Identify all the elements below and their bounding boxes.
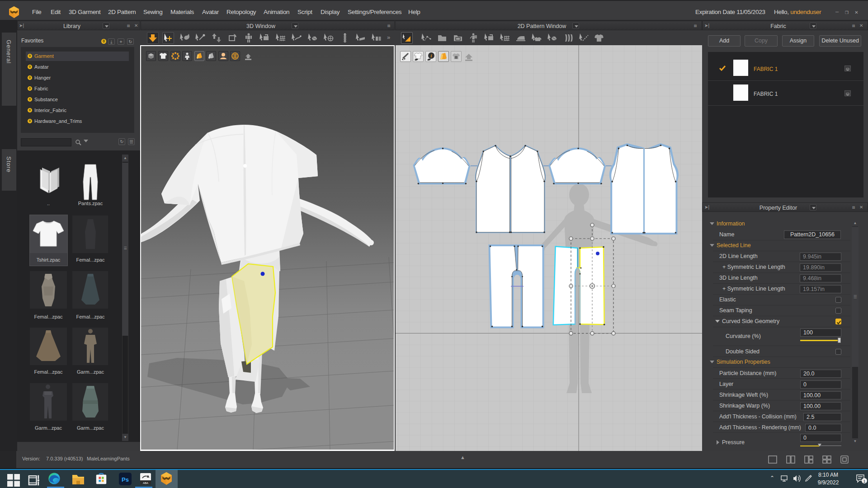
svg-text:ABA: ABA bbox=[143, 482, 148, 484]
svg-text:Ps: Ps bbox=[122, 476, 129, 483]
svg-text:i: i bbox=[431, 53, 432, 58]
svg-text:1: 1 bbox=[863, 479, 865, 483]
